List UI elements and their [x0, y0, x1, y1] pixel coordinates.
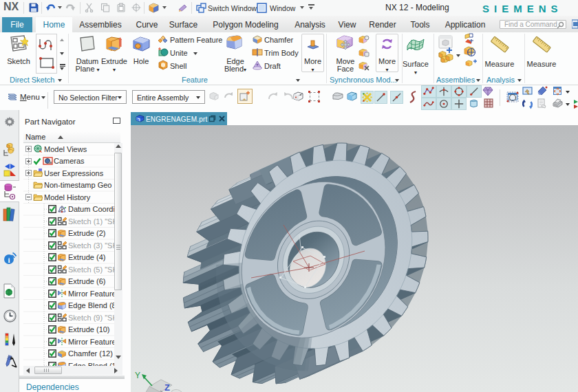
svg-text:i: i — [8, 256, 10, 264]
svg-text:Z: Z — [164, 382, 170, 392]
svg-text:Y: Y — [135, 371, 140, 380]
